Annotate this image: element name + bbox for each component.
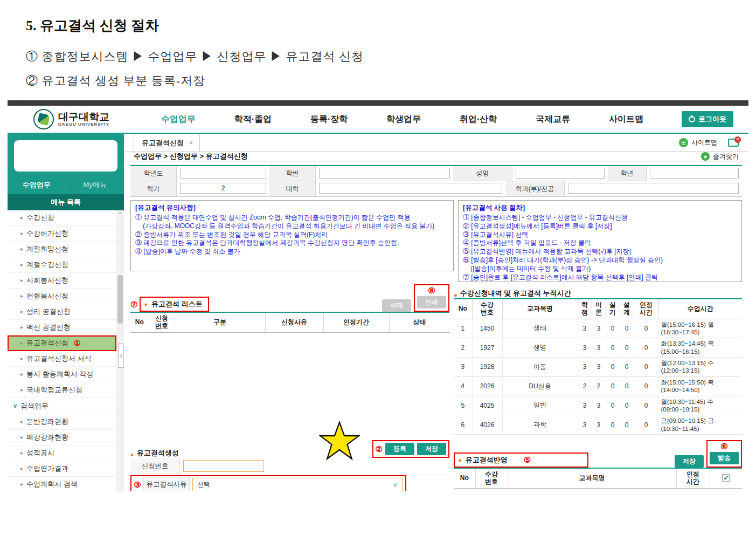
nav-item-student[interactable]: 학생업무 [386, 114, 421, 125]
favorite-button[interactable]: ★ 즐겨찾기 [701, 152, 739, 161]
table-row[interactable]: 64026과학33000금(09:00~10:15) 금(10:30~11:45… [454, 415, 742, 435]
table-cell: 생태 [502, 319, 578, 338]
university-name-en: DAEGU UNIVERSITY [58, 122, 109, 127]
table-cell: 금(09:00~10:15) 금(10:30~11:45) [658, 415, 742, 435]
print-button[interactable]: 인쇄 [417, 296, 446, 308]
delete-button[interactable]: 삭제 [382, 299, 411, 312]
college-field[interactable] [319, 183, 502, 194]
arrow-icon: ▸ [20, 351, 23, 366]
nav-item-sitemap[interactable]: 사이트맵 [609, 114, 643, 125]
breadcrumb-row: 수업업무 > 신청업무 > 유고결석신청 ★ 즐겨찾기 [124, 152, 748, 162]
sidebar-menu-item[interactable]: ▸성적공시 [8, 445, 116, 461]
apply-save-button[interactable]: 저장 [675, 455, 704, 468]
table-cell: 0 [620, 415, 634, 435]
sidebar-menu-item[interactable]: ▸백신 공결신청 [8, 320, 116, 335]
dept-field[interactable] [568, 183, 739, 194]
sidebar-menu-item[interactable]: ▸수업평가결과 [8, 461, 116, 477]
absence-reason-select-label: 유고결석사유 [143, 476, 190, 491]
doc-step-2: ② 유고결석 생성 부분 등록-저장 [26, 73, 205, 89]
absence-reason-select[interactable]: 선택 ∨ [192, 478, 403, 491]
arrow-icon: ▸ [20, 273, 23, 288]
table-cell: 0 [634, 376, 658, 396]
table-cell: 1 [454, 319, 472, 338]
notice-procedure: [유고결석 사용 절차] ① [종합정보시스템] - 수업업무 - 신청업무 -… [458, 200, 742, 282]
sidebar-section-search[interactable]: ∨ 검색업무 [8, 398, 116, 414]
table-cell: 3 [578, 358, 592, 377]
absence-list-section: ⑦ ● 유고결석 리스트 삭제 ⑧ 인쇄 [130, 284, 449, 333]
scroll-up-icon[interactable]: ^ [116, 210, 124, 217]
sidebar-tab-classwork[interactable]: 수업업무 [8, 180, 66, 190]
sitemap-link[interactable]: ⊞ 사이트맵 [679, 138, 717, 147]
app-no-field[interactable] [183, 460, 264, 472]
sidebar-menu-item[interactable]: ▸유고결석신청서 서식 [8, 351, 116, 367]
sidebar-menu-item[interactable]: ▸사회봉사신청 [8, 273, 116, 289]
notice-line: ① [종합정보시스템] - 수업업무 - 신청업무 - 유고결석신청 [463, 214, 737, 222]
col-category: 구분 [175, 312, 265, 332]
term-field[interactable] [180, 183, 266, 194]
sidebar-menu-item[interactable]: ▸국내학점교류신청 [8, 382, 116, 398]
sidebar-menu-item[interactable]: ▸수강허가신청 [8, 226, 116, 242]
notice-line: ④ [증빙서류]선택 후 파일 업로드 - 저장 클릭 [463, 239, 737, 248]
close-icon[interactable]: × [189, 139, 193, 147]
sidebar-item-absence-apply[interactable]: ▸ 유고결석신청 ① [8, 335, 116, 351]
sidebar-menu-item[interactable]: ▸분반강좌현황 [8, 414, 116, 430]
table-cell: 3 [578, 338, 592, 358]
sidebar-menu-item[interactable]: ▸생리 공결신청 [8, 304, 116, 320]
print-annotation-box: ⑧ 인쇄 [414, 284, 449, 312]
menu-item-label: 분반강좌현황 [26, 414, 68, 429]
favorite-label: 즐겨찾기 [713, 152, 739, 161]
sidebar-menu-item[interactable]: ▸계절수강신청 [8, 257, 116, 273]
top-dot-decoration [16, 100, 24, 105]
sidebar-menu-item[interactable]: ▸헌혈봉사신청 [8, 289, 116, 304]
chevron-down-icon: ∨ [13, 398, 17, 414]
table-row[interactable]: 42026DU실용22000화(15:00~15:50) 목(14:00~14:… [454, 376, 742, 396]
student-no-field[interactable] [319, 168, 450, 179]
tab-label: 유고결석신청 [142, 138, 184, 148]
arrow-icon: ▸ [20, 226, 23, 241]
table-row[interactable]: 21927생명33000화(13:30~14:45) 목(15:00~16:15… [454, 338, 742, 358]
table-cell: 5 [454, 396, 472, 415]
sidebar-menu-item[interactable]: ▸봉사 활동계획서 작성 [8, 367, 116, 382]
sidebar-menu-item[interactable]: ▸수강신청 [8, 210, 116, 226]
nav-item-career[interactable]: 취업·산학 [460, 114, 497, 125]
year-field[interactable] [180, 168, 266, 179]
logout-button[interactable]: 로그아웃 [682, 111, 733, 127]
nav-item-registration[interactable]: 등록·장학 [310, 114, 348, 125]
table-cell: 3 [578, 319, 592, 338]
notice-line: ⑤ [유고결석반영] 메뉴에서 적용할 교과목 선택(√)후 [저장] [463, 248, 737, 256]
table-cell: 0 [620, 358, 634, 377]
close-all-tabs-icon[interactable] [728, 139, 739, 147]
university-logo[interactable]: 대구대학교 DAEGU UNIVERSITY [33, 109, 109, 129]
sidebar-tab-mymenu[interactable]: My메뉴 [66, 180, 124, 190]
sidebar-menu-item[interactable]: ▸폐강강좌현황 [8, 430, 116, 445]
nav-item-classwork[interactable]: 수업업무 [161, 114, 196, 125]
bullet-icon: ● [458, 457, 462, 463]
star-icon: ★ [701, 152, 710, 161]
scrollbar-thumb[interactable] [117, 275, 123, 324]
send-button[interactable]: 발송 [710, 452, 739, 464]
sidebar-menu-item[interactable]: ▸수업계획서 검색 [8, 477, 116, 491]
table-row[interactable]: 11450생태33000월(15:00~16:15) 월(16:30~17:45… [454, 319, 742, 338]
table-cell: 생명 [502, 338, 578, 358]
select-all-checkbox[interactable]: ✔ [722, 474, 730, 482]
nav-item-international[interactable]: 국제교류 [536, 114, 570, 125]
nav-item-records[interactable]: 학적·졸업 [234, 114, 272, 125]
col-class-time: 수업시간 [658, 299, 742, 319]
tab-absence-apply[interactable]: 유고결석신청 × [134, 134, 200, 151]
register-button[interactable]: 등록 [385, 443, 414, 455]
sidebar-menu-item[interactable]: ▸계절희망신청 [8, 242, 116, 257]
table-cell: 2026 [472, 376, 502, 396]
table-row[interactable]: 31928아동33000월(12:00~13:15) 수(12:00~13:15… [454, 358, 742, 377]
select-value: 선택 [197, 480, 210, 489]
col-app-no: 신청 번호 [149, 312, 175, 332]
app-header: 대구대학교 DAEGU UNIVERSITY 수업업무 학적·졸업 등록·장학 … [8, 106, 748, 133]
save-button[interactable]: 저장 [417, 443, 446, 455]
table-row[interactable]: 54025일반33000월(10:30~11:45) 수(09:00~10:15… [454, 396, 742, 415]
grade-field[interactable] [650, 168, 739, 179]
sidebar-collapse-handle[interactable]: < [118, 343, 124, 368]
name-field[interactable] [516, 168, 605, 179]
table-cell: 월(15:00~16:15) 월(16:30~17:45) [658, 319, 742, 338]
table-cell: 과학 [502, 415, 578, 435]
table-cell: 6 [454, 415, 472, 435]
university-name: 대구대학교 [58, 112, 109, 122]
